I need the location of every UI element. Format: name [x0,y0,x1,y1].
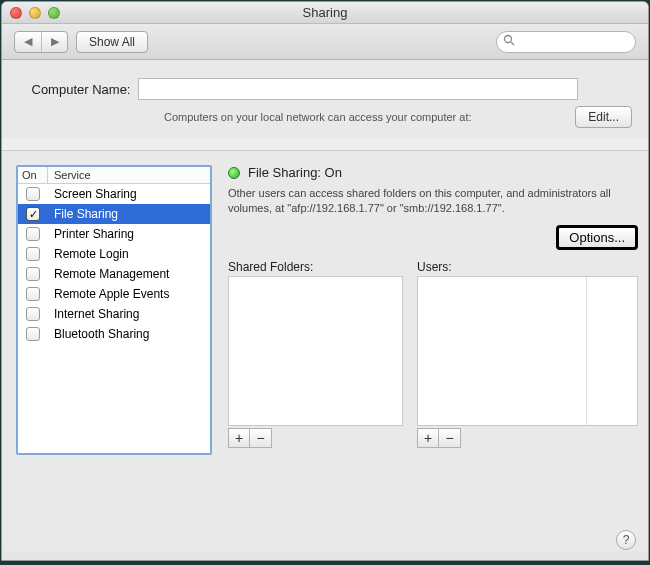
services-list: On Service Screen Sharing✓File SharingPr… [16,165,212,455]
service-checkbox[interactable] [26,307,40,321]
shared-folders-label: Shared Folders: [228,260,403,274]
service-row[interactable]: Screen Sharing [18,184,210,204]
service-label: Remote Login [48,247,129,261]
forward-button[interactable]: ▶ [41,32,67,52]
service-label: Screen Sharing [48,187,137,201]
service-checkbox[interactable] [26,327,40,341]
computer-name-label: Computer Name: [32,82,131,97]
status-title: File Sharing: On [248,165,342,180]
service-detail-pane: File Sharing: On Other users can access … [228,165,638,541]
remove-shared-folder-button[interactable]: − [250,428,272,448]
back-button[interactable]: ◀ [15,32,41,52]
service-checkbox[interactable] [26,267,40,281]
options-button[interactable]: Options... [556,225,638,250]
service-checkbox[interactable] [26,287,40,301]
service-row[interactable]: ✓File Sharing [18,204,210,224]
shared-folders-list[interactable] [228,276,403,426]
search-field-wrap [496,31,636,53]
service-label: Printer Sharing [48,227,134,241]
service-row[interactable]: Printer Sharing [18,224,210,244]
close-window-button[interactable] [10,7,22,19]
zoom-window-button[interactable] [48,7,60,19]
help-button[interactable]: ? [616,530,636,550]
service-row[interactable]: Remote Login [18,244,210,264]
service-label: File Sharing [48,207,118,221]
services-header-on: On [18,167,48,183]
svg-line-1 [511,42,514,45]
add-shared-folder-button[interactable]: + [228,428,250,448]
service-row[interactable]: Remote Management [18,264,210,284]
users-permission-divider [586,277,587,425]
main-section: On Service Screen Sharing✓File SharingPr… [2,151,648,551]
status-description: Other users can access shared folders on… [228,186,638,217]
titlebar: Sharing [2,2,648,24]
users-label: Users: [417,260,638,274]
service-label: Bluetooth Sharing [48,327,149,341]
service-checkbox[interactable] [26,187,40,201]
service-checkbox[interactable] [26,247,40,261]
minimize-window-button[interactable] [29,7,41,19]
search-icon [503,34,515,49]
add-user-button[interactable]: + [417,428,439,448]
computer-name-hint: Computers on your local network can acce… [164,111,472,123]
service-row[interactable]: Bluetooth Sharing [18,324,210,344]
service-label: Remote Apple Events [48,287,169,301]
nav-segmented: ◀ ▶ [14,31,68,53]
chevron-left-icon: ◀ [24,35,32,48]
svg-point-0 [505,36,512,43]
services-header: On Service [18,167,210,184]
services-header-service: Service [48,167,97,183]
service-checkbox[interactable]: ✓ [26,207,40,221]
toolbar: ◀ ▶ Show All [2,24,648,60]
users-column: Users: + − [417,260,638,448]
users-list[interactable] [417,276,638,426]
computer-name-input[interactable] [138,78,578,100]
service-row[interactable]: Internet Sharing [18,304,210,324]
preferences-window: Sharing ◀ ▶ Show All Computer Name: Comp… [1,1,649,561]
status-indicator-icon [228,167,240,179]
service-row[interactable]: Remote Apple Events [18,284,210,304]
show-all-button[interactable]: Show All [76,31,148,53]
window-title: Sharing [2,5,648,20]
edit-computer-name-button[interactable]: Edit... [575,106,632,128]
traffic-lights [10,7,60,19]
service-label: Remote Management [48,267,169,281]
header-section: Computer Name: Computers on your local n… [2,60,648,138]
shared-folders-column: Shared Folders: + − [228,260,403,448]
service-label: Internet Sharing [48,307,139,321]
service-checkbox[interactable] [26,227,40,241]
search-input[interactable] [519,35,627,49]
chevron-right-icon: ▶ [51,35,59,48]
remove-user-button[interactable]: − [439,428,461,448]
